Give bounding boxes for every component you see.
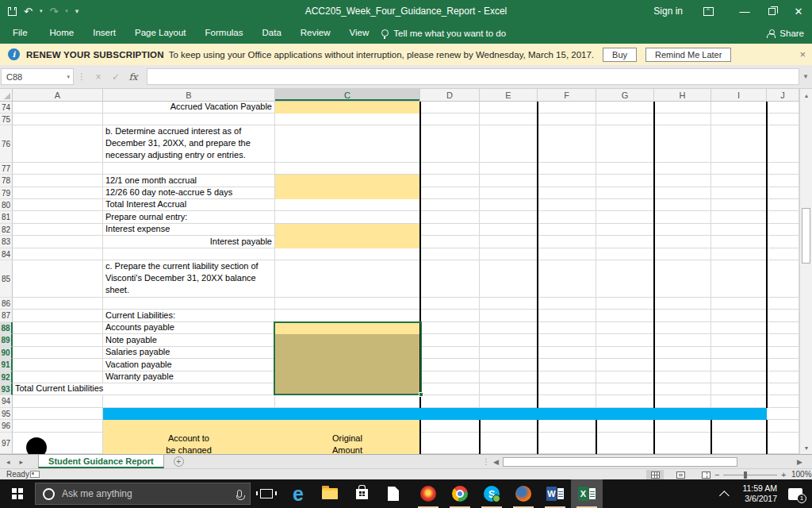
cell-F84[interactable] [538, 248, 596, 260]
cell-D75[interactable] [420, 114, 480, 125]
cell-A90[interactable] [13, 347, 103, 359]
sheet-nav-arrows[interactable]: ◂▸ [6, 458, 33, 466]
cell-E93[interactable] [480, 383, 538, 395]
row-header-84[interactable]: 84 [0, 248, 13, 260]
cell-F86[interactable] [538, 298, 596, 310]
cell-E75[interactable] [480, 114, 538, 125]
share-button[interactable]: Share [767, 29, 804, 38]
cell-G89[interactable] [596, 334, 654, 347]
cell-D83[interactable] [420, 236, 480, 248]
cell-J83[interactable] [767, 236, 799, 248]
cell-B89[interactable]: Note payable [103, 334, 275, 347]
cell-H81[interactable] [654, 211, 711, 224]
taskbar-app-store[interactable] [346, 479, 377, 508]
cell-B76[interactable]: b. Determine accrued interest as of Dece… [103, 125, 275, 163]
cell-J97[interactable] [767, 433, 799, 454]
cell-G93[interactable] [596, 383, 654, 395]
cell-F96[interactable] [538, 420, 596, 433]
cell-E92[interactable] [480, 371, 538, 383]
cell-A92[interactable] [13, 371, 103, 383]
cell-I75[interactable] [711, 114, 767, 125]
cell-G85[interactable] [596, 260, 654, 298]
cell-A89[interactable] [13, 334, 103, 347]
cell-J95[interactable] [767, 408, 799, 420]
cell-B75[interactable] [103, 114, 275, 125]
normal-view-icon[interactable] [646, 470, 664, 479]
cell-G90[interactable] [596, 347, 654, 359]
sheet-tab-student-guidance-report[interactable]: Student Guidance Report [38, 455, 164, 468]
cell-J80[interactable] [767, 199, 799, 211]
horizontal-scrollbar[interactable] [503, 457, 795, 467]
cell-B95[interactable] [103, 408, 767, 420]
row-header-92[interactable]: 92 [0, 371, 13, 383]
cell-J86[interactable] [767, 298, 799, 310]
row-header-97[interactable]: 97 [0, 433, 13, 454]
cell-B78[interactable]: 12/1 one month accrual [103, 175, 275, 187]
cell-A83[interactable] [13, 236, 103, 248]
cell-J81[interactable] [767, 211, 799, 224]
close-button[interactable]: ✕ [785, 0, 812, 22]
cell-C74[interactable] [275, 102, 420, 114]
cell-A94[interactable] [13, 395, 103, 408]
cell-G83[interactable] [596, 236, 654, 248]
cell-E79[interactable] [480, 187, 538, 199]
cell-G87[interactable] [596, 310, 654, 322]
cell-D97[interactable] [420, 433, 480, 454]
cell-H92[interactable] [654, 371, 711, 383]
cell-C83[interactable] [275, 236, 420, 248]
cell-F92[interactable] [538, 371, 596, 383]
cell-J96[interactable] [767, 420, 799, 433]
row-header-89[interactable]: 89 [0, 334, 13, 347]
cell-B96[interactable] [103, 420, 275, 433]
formula-bar-splitter[interactable]: ⋮ [78, 72, 86, 81]
banner-close-icon[interactable]: × [799, 48, 806, 60]
cell-I91[interactable] [711, 359, 767, 371]
cell-G94[interactable] [596, 395, 654, 408]
cell-A85[interactable] [13, 260, 103, 298]
cell-E77[interactable] [480, 163, 538, 175]
cell-F94[interactable] [538, 395, 596, 408]
cell-D77[interactable] [420, 163, 480, 175]
zoom-slider-thumb[interactable] [744, 471, 747, 479]
column-header-F[interactable]: F [538, 89, 596, 102]
fill-handle[interactable] [419, 392, 423, 397]
cell-F81[interactable] [538, 211, 596, 224]
cell-J82[interactable] [767, 224, 799, 236]
cell-B85[interactable]: c. Prepare the current liability section… [103, 260, 275, 298]
taskbar-app-red-browser[interactable] [412, 479, 444, 508]
vertical-scrollbar[interactable]: ▲ ▼ [799, 89, 812, 454]
cell-I76[interactable] [711, 125, 767, 163]
cell-A77[interactable] [13, 163, 103, 175]
name-box[interactable]: C88 ▾ [1, 68, 74, 85]
cell-D96[interactable] [420, 420, 480, 433]
column-header-I[interactable]: I [711, 89, 767, 102]
cell-H75[interactable] [654, 114, 711, 125]
cell-H78[interactable] [654, 175, 711, 187]
cell-G78[interactable] [596, 175, 654, 187]
cell-I85[interactable] [711, 260, 767, 298]
cell-D86[interactable] [420, 298, 480, 310]
customize-qat-icon[interactable]: ▾ [75, 7, 79, 15]
sign-in-link[interactable]: Sign in [653, 6, 683, 17]
cell-C80[interactable] [275, 199, 420, 211]
column-header-A[interactable]: A [13, 89, 103, 102]
cell-H79[interactable] [654, 187, 711, 199]
cell-H89[interactable] [654, 334, 711, 347]
cell-G74[interactable] [596, 102, 654, 114]
cell-H84[interactable] [654, 248, 711, 260]
cell-H93[interactable] [654, 383, 711, 395]
cell-B91[interactable]: Vacation payable [103, 359, 275, 371]
cell-B81[interactable]: Prepare ournal entry: [103, 211, 275, 224]
cell-H91[interactable] [654, 359, 711, 371]
cell-D84[interactable] [420, 248, 480, 260]
cell-I90[interactable] [711, 347, 767, 359]
cell-J84[interactable] [767, 248, 799, 260]
column-header-G[interactable]: G [596, 89, 654, 102]
cell-G75[interactable] [596, 114, 654, 125]
selection-range-C88:C93[interactable] [274, 321, 422, 395]
tab-scroll-splitter[interactable]: ⋮ [482, 457, 490, 466]
taskbar-app-edge[interactable]: e [282, 479, 314, 508]
cell-D78[interactable] [420, 175, 480, 187]
cell-J89[interactable] [767, 334, 799, 347]
cell-A91[interactable] [13, 359, 103, 371]
